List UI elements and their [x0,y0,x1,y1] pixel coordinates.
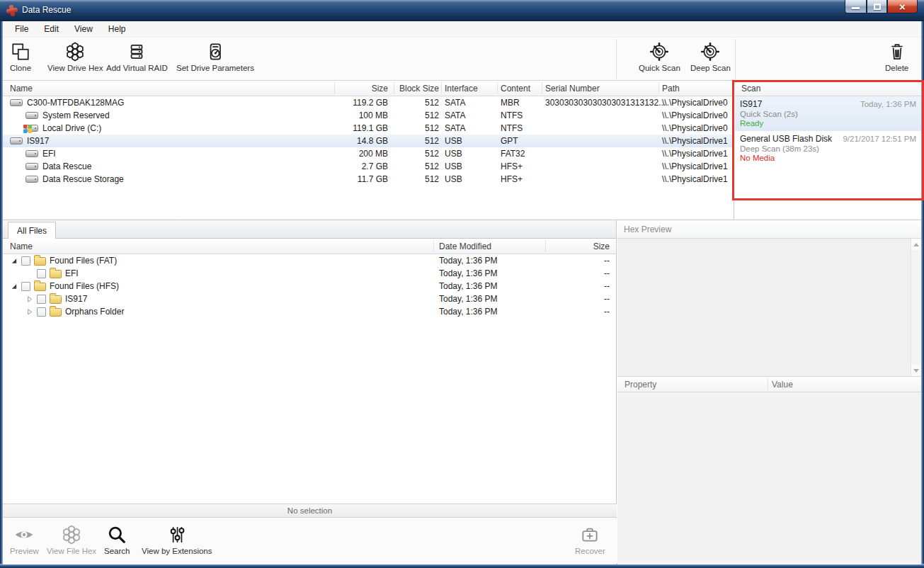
hex-scrollbar[interactable] [911,239,921,376]
property-table-header[interactable]: Property Value [617,377,921,392]
file-tree: Found Files (FAT) Today, 1:36 PM -- EFI … [3,254,616,318]
table-row[interactable]: C300-MTFDBAK128MAG 119.2 GB 512 SATA MBR… [3,96,734,109]
scan-panel-header: Scan [735,81,921,96]
scan-entry[interactable]: General USB Flash Disk 9/21/2017 12:51 P… [735,131,921,166]
bottom-toolbar: Preview View File Hex Search [3,518,617,564]
close-button[interactable]: × [887,0,918,13]
file-browser-panel: All Files Name Date Modified Size Found … [3,220,617,564]
col-content[interactable]: Content [501,84,530,93]
toolbar-separator [735,39,736,79]
col-name[interactable]: Name [10,84,33,93]
folder-icon [34,283,46,291]
col-name[interactable]: Name [10,242,33,251]
scan-type: Deep Scan (38m 23s) [740,144,916,153]
col-size[interactable]: Size [552,242,610,251]
expander-closed-icon[interactable] [26,308,33,315]
menu-edit[interactable]: Edit [36,22,67,36]
scroll-up-button[interactable] [911,239,921,250]
col-block-size[interactable]: Block Size [397,84,439,93]
col-path[interactable]: Path [662,84,680,93]
drive-table-header[interactable]: Name Size Block Size Interface Content S… [3,81,734,96]
col-serial-number[interactable]: Serial Number [545,84,600,93]
menu-file[interactable]: File [7,22,36,36]
honeycomb-hex-icon [64,41,86,62]
expander-open-icon[interactable] [11,283,18,290]
honeycomb-hex-icon [61,524,82,545]
app-logo-icon [6,5,18,16]
col-property[interactable]: Property [624,380,656,390]
maximize-button[interactable] [867,0,887,13]
tab-all-files[interactable]: All Files [8,222,56,239]
quick-scan-button[interactable]: Quick Scan [639,41,680,72]
bottom-section: All Files Name Date Modified Size Found … [3,220,921,564]
window-title: Data Rescue [22,5,71,15]
search-button[interactable]: Search [104,524,130,555]
checkbox[interactable] [37,307,46,317]
checkbox[interactable] [37,295,46,304]
tree-row[interactable]: IS917 Today, 1:36 PM -- [3,292,616,305]
table-row-selected[interactable]: IS917 14.8 GB 512 USB GPT \\.\PhysicalDr… [3,135,734,147]
tree-row[interactable]: Found Files (HFS) Today, 1:36 PM -- [3,280,616,292]
scan-type: Quick Scan (2s) [740,110,916,118]
table-row[interactable]: Data Rescue 2.7 GB 512 USB HFS+ \\.\Phys… [3,160,734,173]
scan-panel: Scan IS917 Today, 1:36 PM Quick Scan (2s… [735,81,921,220]
checkbox[interactable] [37,269,46,278]
maximize-icon [874,4,881,10]
file-tab-bar: All Files [3,220,616,239]
checkbox[interactable] [21,256,30,266]
expander-spacer [26,270,33,277]
hex-preview-header: Hex Preview [617,220,921,239]
minimize-icon [852,7,860,9]
toolbar-separator [616,39,617,79]
windows-drive-icon [25,125,38,132]
table-row[interactable]: Data Rescue Storage 11.7 GB 512 USB HFS+… [3,173,734,186]
clone-button[interactable]: Clone [10,41,31,72]
add-virtual-raid-button[interactable]: Add Virtual RAID [106,41,168,72]
set-drive-parameters-button[interactable]: Set Drive Parameters [176,41,254,72]
hex-content-area [617,239,921,377]
view-drive-hex-button[interactable]: View Drive Hex [47,41,103,72]
scroll-down-button[interactable] [911,365,921,376]
folder-icon [50,308,62,317]
raid-stack-icon [126,41,147,62]
sliders-icon [166,524,188,545]
deep-scan-button[interactable]: Deep Scan [690,41,731,72]
file-table-header[interactable]: Name Date Modified Size [3,239,616,254]
scan-entry[interactable]: IS917 Today, 1:36 PM Quick Scan (2s) Rea… [735,96,921,131]
status-bar: No selection [3,504,617,518]
hex-preview-label: Hex Preview [624,225,671,234]
col-date-modified[interactable]: Date Modified [439,242,491,251]
delete-button[interactable]: Delete [885,41,908,72]
hex-preview-panel: Hex Preview Property Value [617,220,921,564]
menu-view[interactable]: View [67,22,101,36]
scan-header-label: Scan [741,84,760,93]
preview-button[interactable]: Preview [10,524,39,555]
expander-open-icon[interactable] [11,257,18,264]
folder-icon [50,270,62,278]
title-bar[interactable]: Data Rescue × [0,0,924,21]
minimize-button[interactable] [845,0,867,13]
menu-help[interactable]: Help [101,22,134,36]
drive-icon [10,99,23,106]
view-file-hex-button[interactable]: View File Hex [47,524,96,555]
drive-table: Name Size Block Size Interface Content S… [3,81,734,220]
col-interface[interactable]: Interface [445,84,478,93]
tree-row[interactable]: EFI Today, 1:36 PM -- [3,267,616,280]
close-icon: × [899,1,906,12]
table-row[interactable]: Local Drive (C:) 119.1 GB 512 SATA NTFS … [3,122,734,135]
tree-row[interactable]: Orphans Folder Today, 1:36 PM -- [3,305,616,318]
col-size[interactable]: Size [312,84,388,93]
drive-gauge-icon [205,41,226,62]
menu-bar: File Edit View Help [3,21,921,38]
col-value[interactable]: Value [772,380,793,390]
view-by-extensions-button[interactable]: View by Extensions [142,524,212,555]
main-toolbar: Clone View Drive Hex Add Virtual RAID [3,38,921,81]
trash-icon [886,41,908,62]
recover-button[interactable]: Recover [575,524,605,555]
table-row[interactable]: EFI 200 MB 512 USB FAT32 \\.\PhysicalDri… [3,147,734,160]
checkbox[interactable] [21,282,30,291]
tree-row[interactable]: Found Files (FAT) Today, 1:36 PM -- [3,254,616,267]
table-row[interactable]: System Reserved 100 MB 512 SATA NTFS \\.… [3,109,734,122]
search-icon [106,524,127,545]
expander-closed-icon[interactable] [26,295,33,302]
